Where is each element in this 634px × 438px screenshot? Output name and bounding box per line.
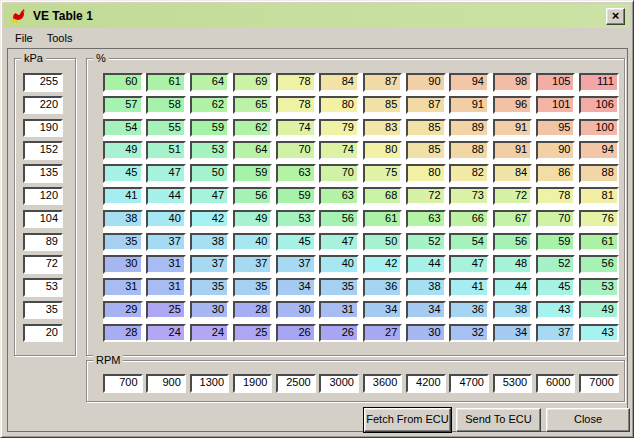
rpm-field[interactable]: 3600 [363, 374, 403, 393]
ve-cell[interactable]: 101 [536, 96, 576, 115]
ve-cell[interactable]: 85 [406, 119, 446, 138]
ve-cell[interactable]: 68 [363, 187, 403, 206]
ve-cell[interactable]: 64 [233, 141, 273, 160]
ve-cell[interactable]: 59 [276, 187, 316, 206]
ve-cell[interactable]: 85 [363, 96, 403, 115]
kpa-field[interactable]: 35 [23, 301, 63, 320]
ve-cell[interactable]: 67 [493, 210, 533, 229]
ve-cell[interactable]: 42 [190, 210, 230, 229]
ve-cell[interactable]: 70 [276, 141, 316, 160]
ve-cell[interactable]: 34 [363, 301, 403, 320]
ve-cell[interactable]: 70 [536, 210, 576, 229]
ve-cell[interactable]: 43 [579, 324, 619, 343]
ve-cell[interactable]: 78 [536, 187, 576, 206]
ve-cell[interactable]: 31 [319, 301, 359, 320]
ve-cell[interactable]: 52 [536, 255, 576, 274]
ve-cell[interactable]: 31 [146, 255, 186, 274]
ve-cell[interactable]: 62 [233, 119, 273, 138]
ve-cell[interactable]: 47 [146, 164, 186, 183]
ve-cell[interactable]: 80 [406, 164, 446, 183]
ve-cell[interactable]: 78 [276, 73, 316, 92]
ve-cell[interactable]: 58 [146, 96, 186, 115]
ve-cell[interactable]: 34 [276, 278, 316, 297]
ve-cell[interactable]: 25 [233, 324, 273, 343]
ve-cell[interactable]: 40 [233, 233, 273, 252]
ve-cell[interactable]: 54 [103, 119, 143, 138]
ve-cell[interactable]: 45 [536, 278, 576, 297]
ve-cell[interactable]: 54 [449, 233, 489, 252]
ve-cell[interactable]: 78 [276, 96, 316, 115]
ve-cell[interactable]: 31 [146, 278, 186, 297]
ve-cell[interactable]: 30 [190, 301, 230, 320]
ve-cell[interactable]: 50 [363, 233, 403, 252]
ve-cell[interactable]: 37 [190, 255, 230, 274]
ve-cell[interactable]: 63 [406, 210, 446, 229]
ve-cell[interactable]: 50 [190, 164, 230, 183]
ve-cell[interactable]: 36 [363, 278, 403, 297]
ve-cell[interactable]: 94 [449, 73, 489, 92]
ve-cell[interactable]: 56 [493, 233, 533, 252]
ve-cell[interactable]: 26 [276, 324, 316, 343]
ve-cell[interactable]: 49 [233, 210, 273, 229]
ve-cell[interactable]: 35 [190, 278, 230, 297]
ve-cell[interactable]: 47 [449, 255, 489, 274]
ve-cell[interactable]: 56 [233, 187, 273, 206]
rpm-field[interactable]: 5300 [493, 374, 533, 393]
ve-cell[interactable]: 85 [406, 141, 446, 160]
ve-cell[interactable]: 29 [103, 301, 143, 320]
ve-cell[interactable]: 91 [493, 141, 533, 160]
ve-cell[interactable]: 44 [493, 278, 533, 297]
ve-cell[interactable]: 60 [103, 73, 143, 92]
ve-cell[interactable]: 44 [406, 255, 446, 274]
kpa-field[interactable]: 135 [23, 164, 63, 183]
ve-cell[interactable]: 38 [103, 210, 143, 229]
ve-cell[interactable]: 87 [406, 96, 446, 115]
ve-cell[interactable]: 30 [276, 301, 316, 320]
ve-cell[interactable]: 87 [363, 73, 403, 92]
ve-cell[interactable]: 61 [363, 210, 403, 229]
ve-cell[interactable]: 37 [146, 233, 186, 252]
ve-cell[interactable]: 76 [579, 210, 619, 229]
ve-cell[interactable]: 55 [146, 119, 186, 138]
ve-cell[interactable]: 88 [449, 141, 489, 160]
kpa-field[interactable]: 255 [23, 73, 63, 92]
ve-cell[interactable]: 69 [233, 73, 273, 92]
ve-cell[interactable]: 80 [363, 141, 403, 160]
kpa-field[interactable]: 120 [23, 187, 63, 206]
ve-cell[interactable]: 84 [319, 73, 359, 92]
kpa-field[interactable]: 89 [23, 233, 63, 252]
ve-cell[interactable]: 96 [493, 96, 533, 115]
ve-cell[interactable]: 30 [103, 255, 143, 274]
ve-cell[interactable]: 28 [233, 301, 273, 320]
ve-cell[interactable]: 40 [146, 210, 186, 229]
ve-cell[interactable]: 53 [190, 141, 230, 160]
ve-cell[interactable]: 72 [406, 187, 446, 206]
ve-cell[interactable]: 82 [449, 164, 489, 183]
ve-cell[interactable]: 37 [536, 324, 576, 343]
ve-cell[interactable]: 59 [233, 164, 273, 183]
ve-cell[interactable]: 26 [319, 324, 359, 343]
kpa-field[interactable]: 104 [23, 210, 63, 229]
rpm-field[interactable]: 1300 [190, 374, 230, 393]
ve-cell[interactable]: 111 [579, 73, 619, 92]
ve-cell[interactable]: 84 [493, 164, 533, 183]
rpm-field[interactable]: 7000 [579, 374, 619, 393]
ve-cell[interactable]: 105 [536, 73, 576, 92]
ve-cell[interactable]: 45 [103, 164, 143, 183]
ve-cell[interactable]: 48 [493, 255, 533, 274]
ve-cell[interactable]: 38 [493, 301, 533, 320]
rpm-field[interactable]: 6000 [536, 374, 576, 393]
ve-cell[interactable]: 106 [579, 96, 619, 115]
ve-cell[interactable]: 56 [579, 255, 619, 274]
close-button[interactable]: Close [546, 408, 630, 432]
ve-cell[interactable]: 34 [406, 301, 446, 320]
kpa-field[interactable]: 152 [23, 141, 63, 160]
ve-cell[interactable]: 61 [146, 73, 186, 92]
ve-cell[interactable]: 40 [319, 255, 359, 274]
menu-item-tools[interactable]: Tools [40, 30, 80, 46]
ve-cell[interactable]: 83 [363, 119, 403, 138]
ve-cell[interactable]: 45 [276, 233, 316, 252]
fetch-from-ecu-button[interactable]: Fetch From ECU [364, 408, 451, 432]
ve-cell[interactable]: 44 [146, 187, 186, 206]
ve-cell[interactable]: 64 [190, 73, 230, 92]
